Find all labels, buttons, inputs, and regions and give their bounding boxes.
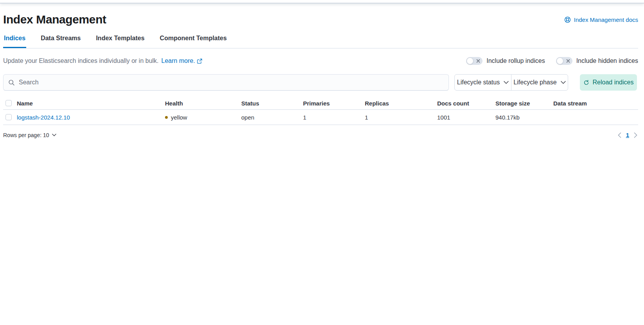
tab-data-streams[interactable]: Data Streams: [40, 35, 81, 48]
indices-table: Name Health Status Primaries Replicas Do…: [3, 97, 638, 125]
learn-more-label: Learn more.: [161, 57, 195, 64]
description-text: Update your Elasticsearch indices indivi…: [3, 57, 159, 64]
lifecycle-filter-group: Lifecycle status Lifecycle phase: [454, 74, 568, 91]
chevron-left-icon[interactable]: [618, 132, 621, 138]
toggle-group: Include rollup indices Include hidden in…: [466, 57, 638, 65]
health-value: yellow: [171, 114, 187, 121]
index-name-link[interactable]: logstash-2024.12.10: [17, 114, 70, 121]
reload-indices-button[interactable]: Reload indices: [580, 74, 637, 91]
hidden-toggle-switch[interactable]: [556, 57, 572, 65]
learn-more-link[interactable]: Learn more.: [161, 57, 202, 64]
toggle-hidden-label: Include hidden indices: [576, 57, 638, 64]
refresh-icon: [583, 80, 589, 86]
toggle-hidden-indices[interactable]: Include hidden indices: [556, 57, 638, 65]
row-checkbox[interactable]: [5, 114, 12, 120]
tab-bar: Indices Data Streams Index Templates Com…: [3, 35, 638, 48]
table-footer: Rows per page: 10 1: [3, 132, 638, 138]
page-title: Index Management: [3, 13, 106, 26]
docs-link[interactable]: Index Management docs: [564, 16, 638, 23]
primaries-value: 1: [303, 114, 365, 121]
cross-icon: [476, 59, 480, 63]
reload-indices-label: Reload indices: [593, 79, 634, 86]
chevron-down-icon: [52, 134, 56, 136]
rollup-toggle-switch[interactable]: [466, 57, 483, 65]
page-description: Update your Elasticsearch indices indivi…: [3, 57, 202, 64]
storage-size-value: 940.17kb: [495, 114, 553, 121]
magnifier-icon: [8, 79, 15, 86]
external-link-icon: [197, 59, 202, 64]
cross-icon: [566, 59, 570, 63]
column-header-primaries[interactable]: Primaries: [303, 100, 365, 107]
column-header-docs-count[interactable]: Docs count: [437, 100, 495, 107]
toggle-thumb: [466, 57, 474, 64]
top-chrome-edge: [0, 0, 644, 4]
column-header-status[interactable]: Status: [241, 100, 303, 107]
controls-row: Lifecycle status Lifecycle phase Reload …: [3, 74, 638, 91]
docs-count-value: 1001: [437, 114, 495, 121]
replicas-value: 1: [365, 114, 437, 121]
index-management-page: Index Management Index Management docs I…: [3, 13, 638, 138]
toggle-rollup-label: Include rollup indices: [486, 57, 545, 64]
tab-component-templates[interactable]: Component Templates: [159, 35, 228, 48]
filter-lifecycle-status-label: Lifecycle status: [457, 79, 500, 86]
column-header-storage-size[interactable]: Storage size: [495, 100, 553, 107]
filter-lifecycle-phase-label: Lifecycle phase: [513, 79, 556, 86]
column-header-replicas[interactable]: Replicas: [365, 100, 437, 107]
pagination: 1: [618, 132, 637, 138]
page-header: Index Management Index Management docs: [3, 13, 638, 26]
table-row: logstash-2024.12.10 yellow open 1 1 1001…: [3, 110, 638, 125]
description-row: Update your Elasticsearch indices indivi…: [3, 57, 638, 65]
select-all-checkbox[interactable]: [5, 100, 12, 106]
lifebuoy-icon: [564, 16, 571, 23]
toggle-thumb: [556, 57, 563, 64]
status-value: open: [241, 114, 303, 121]
table-header-row: Name Health Status Primaries Replicas Do…: [3, 97, 638, 110]
filter-lifecycle-status[interactable]: Lifecycle status: [455, 75, 511, 90]
toggle-rollup-indices[interactable]: Include rollup indices: [466, 57, 545, 65]
page-1-button[interactable]: 1: [626, 132, 629, 138]
column-header-health[interactable]: Health: [165, 100, 241, 107]
search-input[interactable]: [19, 79, 444, 86]
chevron-right-icon[interactable]: [634, 132, 637, 138]
filter-lifecycle-phase[interactable]: Lifecycle phase: [511, 75, 568, 90]
health-yellow-dot-icon: [165, 116, 168, 119]
chevron-down-icon: [504, 81, 509, 84]
column-header-data-stream[interactable]: Data stream: [553, 100, 638, 107]
chevron-down-icon: [561, 81, 566, 84]
tab-indices[interactable]: Indices: [3, 35, 26, 48]
column-header-name[interactable]: Name: [17, 100, 165, 107]
tab-index-templates[interactable]: Index Templates: [95, 35, 145, 48]
docs-link-label: Index Management docs: [574, 16, 638, 23]
rows-per-page-button[interactable]: Rows per page: 10: [3, 132, 56, 138]
search-box[interactable]: [3, 74, 449, 91]
rows-per-page-label: Rows per page: 10: [3, 132, 49, 138]
